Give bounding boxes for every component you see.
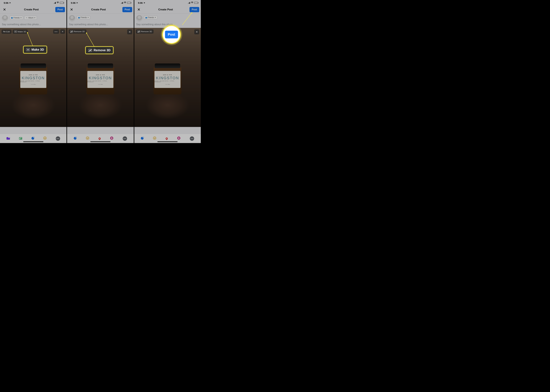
- photos-icon[interactable]: [19, 137, 22, 140]
- remove-3d-button[interactable]: 3D Remove 3D: [136, 29, 154, 34]
- remove-3d-button[interactable]: 3D Remove 3D: [69, 29, 86, 34]
- edit-photo-button[interactable]: Aa Edit: [1, 30, 11, 34]
- remove-3d-label: Remove 3D: [74, 30, 85, 33]
- caption-input[interactable]: Say something about this photo...: [0, 22, 66, 28]
- audience-selector[interactable]: 👥 Friends ▼: [144, 16, 157, 19]
- status-bar: 5:06 ➤: [0, 0, 66, 6]
- location-icon[interactable]: [99, 137, 101, 140]
- post-button[interactable]: Post: [55, 7, 65, 12]
- friends-icon: 👥: [78, 17, 80, 18]
- photo-subject-jar: ASH & FIR KINGSTON CEDAR · BALSAM WOOD ·…: [154, 63, 181, 94]
- location-services-icon: ➤: [76, 2, 78, 4]
- friends-icon: 👥: [11, 17, 13, 19]
- post-button[interactable]: Post: [122, 7, 132, 12]
- avatar[interactable]: [69, 15, 75, 21]
- remove-photo-button[interactable]: ✕: [127, 29, 132, 34]
- life-event-icon[interactable]: [177, 137, 180, 140]
- callout-make-3d-label: Make 3D: [31, 48, 44, 51]
- photo-preview[interactable]: ASH & FIR KINGSTON CEDAR · BALSAM WOOD ·…: [0, 28, 66, 127]
- jar-name: KINGSTON: [22, 76, 45, 80]
- close-button[interactable]: ✕: [1, 7, 7, 13]
- screenshot-panel-1: 5:06 ➤ ✕ Create Post Post 👥 Friends ▼ ＋ …: [0, 0, 66, 143]
- post-button[interactable]: Post: [189, 7, 199, 12]
- edit-label: Edit: [6, 30, 10, 33]
- close-button[interactable]: ✕: [69, 7, 75, 13]
- tag-people-icon[interactable]: [31, 137, 34, 140]
- feeling-icon[interactable]: [86, 137, 89, 140]
- text-aa-icon: Aa: [3, 30, 5, 33]
- page-title: Create Post: [91, 8, 106, 11]
- cell-signal-icon: [120, 2, 123, 4]
- wifi-icon: [191, 2, 193, 4]
- page-title: Create Post: [24, 8, 39, 11]
- audience-selector[interactable]: 👥 Friends ▼: [10, 16, 23, 20]
- nav-header: ✕ Create Post Post: [134, 6, 201, 14]
- feeling-icon[interactable]: [153, 137, 156, 140]
- jar-weight: 7 oz | 198 g: [31, 84, 36, 85]
- nav-header: ✕ Create Post Post: [0, 6, 66, 14]
- tag-people-icon[interactable]: [74, 137, 77, 140]
- friends-icon: 👥: [145, 17, 147, 18]
- feeling-icon[interactable]: [43, 137, 46, 140]
- photo-preview[interactable]: ASH & FIR KINGSTON CEDAR · BALSAM WOOD ·…: [67, 28, 134, 127]
- plus-icon: ＋: [26, 16, 28, 19]
- status-time: 5:06: [71, 1, 75, 4]
- tag-people-icon[interactable]: [141, 137, 144, 140]
- more-tools-button[interactable]: •••: [56, 136, 60, 141]
- author-row: 👥 Friends ▼: [134, 14, 201, 22]
- chevron-down-icon: ▼: [34, 17, 36, 19]
- audience-label: Friends: [81, 16, 87, 19]
- more-tools-button[interactable]: •••: [123, 136, 127, 141]
- chevron-down-icon: ▼: [155, 17, 156, 18]
- status-bar: 5:06 ➤: [134, 0, 201, 6]
- close-button[interactable]: ✕: [136, 7, 142, 13]
- status-bar: 5:06 ➤: [67, 0, 134, 6]
- more-tools-button[interactable]: •••: [190, 136, 194, 141]
- callout-post-label: Post: [165, 31, 178, 38]
- chevron-down-icon: ▼: [87, 17, 89, 18]
- life-event-icon[interactable]: [110, 137, 113, 140]
- 3d-icon: 3D: [14, 30, 17, 33]
- jar-brand: ASH & FIR: [29, 74, 38, 76]
- remove-3d-label: Remove 3D: [141, 30, 152, 33]
- close-icon: ✕: [129, 30, 131, 34]
- callout-post: Post: [163, 26, 180, 43]
- callout-make-3d: 3D Make 3D: [23, 46, 47, 53]
- make-3d-button[interactable]: 3D Make 3D: [13, 30, 28, 34]
- home-indicator[interactable]: [157, 141, 178, 142]
- cell-signal-icon: [187, 2, 190, 4]
- audience-selector[interactable]: 👥 Friends ▼: [77, 16, 90, 19]
- battery-icon: [60, 2, 64, 4]
- status-time: 5:06: [138, 1, 143, 4]
- battery-icon: [127, 2, 131, 4]
- nav-header: ✕ Create Post Post: [67, 6, 134, 14]
- 3d-off-icon: 3D: [88, 49, 92, 52]
- photo-subject-jar: ASH & FIR KINGSTON CEDAR · BALSAM WOOD ·…: [19, 63, 47, 94]
- avatar[interactable]: [2, 15, 8, 21]
- photo-preview[interactable]: ASH & FIR KINGSTON CEDAR · BALSAM WOOD ·…: [134, 28, 201, 127]
- status-time: 5:06: [4, 1, 8, 4]
- 3d-off-icon: 3D: [137, 30, 140, 33]
- location-icon[interactable]: [166, 137, 168, 140]
- screenshot-panel-2: 5:06 ➤ ✕ Create Post Post 👥 Friends ▼ Sa…: [66, 0, 134, 143]
- location-services-icon: ➤: [144, 2, 145, 4]
- video-icon[interactable]: [7, 137, 10, 140]
- 3d-off-icon: 3D: [70, 30, 73, 33]
- cell-signal-icon: [53, 2, 56, 4]
- battery-icon: [194, 2, 198, 4]
- home-indicator[interactable]: [23, 141, 43, 142]
- album-label: Album: [28, 17, 34, 19]
- more-icon: •••: [55, 30, 58, 33]
- album-selector[interactable]: ＋ Album ▼: [24, 16, 37, 20]
- author-row: 👥 Friends ▼: [67, 14, 134, 22]
- caption-input[interactable]: Say something about this photo...: [67, 22, 134, 28]
- screenshot-panel-3: 5:06 ➤ ✕ Create Post Post 👥 Friends ▼ Sa…: [134, 0, 201, 143]
- more-options-button[interactable]: •••: [53, 29, 59, 34]
- remove-photo-button[interactable]: ✕: [194, 29, 199, 34]
- photo-subject-jar: ASH & FIR KINGSTON CEDAR · BALSAM WOOD ·…: [86, 63, 114, 94]
- avatar[interactable]: [136, 15, 142, 21]
- home-indicator[interactable]: [90, 141, 110, 142]
- location-services-icon: ➤: [9, 2, 11, 4]
- remove-photo-button[interactable]: ✕: [60, 29, 65, 34]
- close-icon: ✕: [196, 30, 198, 34]
